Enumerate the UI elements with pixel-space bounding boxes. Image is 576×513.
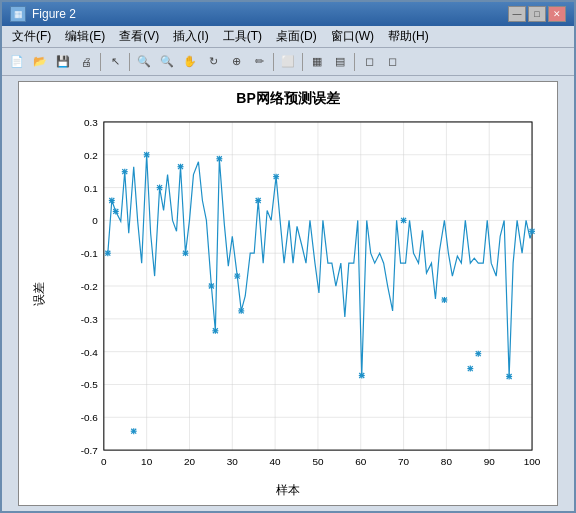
svg-text:60: 60 xyxy=(355,456,367,467)
svg-text:80: 80 xyxy=(441,456,453,467)
main-window: ▦ Figure 2 — □ ✕ 文件(F) 编辑(E) 查看(V) 插入(I)… xyxy=(0,0,576,513)
svg-text:-0.2: -0.2 xyxy=(81,281,99,292)
title-bar-controls: — □ ✕ xyxy=(508,6,566,22)
close-button[interactable]: ✕ xyxy=(548,6,566,22)
new-button[interactable]: 📄 xyxy=(6,51,28,73)
svg-text:-0.3: -0.3 xyxy=(81,314,99,325)
colormap-button[interactable]: ⬜ xyxy=(277,51,299,73)
menu-help[interactable]: 帮助(H) xyxy=(382,27,435,46)
menu-tools[interactable]: 工具(T) xyxy=(217,27,268,46)
menu-window[interactable]: 窗口(W) xyxy=(325,27,380,46)
menu-view[interactable]: 查看(V) xyxy=(113,27,165,46)
sep2 xyxy=(129,53,130,71)
data-cursor-button[interactable]: ⊕ xyxy=(225,51,247,73)
sep4 xyxy=(302,53,303,71)
data-series xyxy=(108,155,532,377)
pan-button[interactable]: ✋ xyxy=(179,51,201,73)
svg-text:90: 90 xyxy=(484,456,496,467)
open-button[interactable]: 📂 xyxy=(29,51,51,73)
menu-desktop[interactable]: 桌面(D) xyxy=(270,27,323,46)
svg-text:0.2: 0.2 xyxy=(84,150,98,161)
menu-file[interactable]: 文件(F) xyxy=(6,27,57,46)
colorbar-button[interactable]: ▤ xyxy=(329,51,351,73)
chart-svg: .grid-line { stroke: #d0d0d0; stroke-wid… xyxy=(64,112,542,470)
sep3 xyxy=(273,53,274,71)
svg-text:100: 100 xyxy=(524,456,541,467)
cursor-tool[interactable]: ↖ xyxy=(104,51,126,73)
svg-text:0.1: 0.1 xyxy=(84,183,98,194)
title-bar-left: ▦ Figure 2 xyxy=(10,6,76,22)
plot-title: BP网络预测误差 xyxy=(19,90,557,108)
sep1 xyxy=(100,53,101,71)
plot-edit-button[interactable]: ◻ xyxy=(358,51,380,73)
svg-text:40: 40 xyxy=(270,456,282,467)
svg-text:10: 10 xyxy=(141,456,153,467)
menu-bar: 文件(F) 编辑(E) 查看(V) 插入(I) 工具(T) 桌面(D) 窗口(W… xyxy=(2,26,574,48)
svg-text:0: 0 xyxy=(101,456,107,467)
svg-text:-0.1: -0.1 xyxy=(81,248,99,259)
window-title: Figure 2 xyxy=(32,7,76,21)
svg-text:30: 30 xyxy=(227,456,239,467)
svg-text:0.3: 0.3 xyxy=(84,117,98,128)
x-axis-label: 样本 xyxy=(19,482,557,499)
legend-button[interactable]: ▦ xyxy=(306,51,328,73)
svg-text:-0.6: -0.6 xyxy=(81,412,99,423)
menu-insert[interactable]: 插入(I) xyxy=(167,27,214,46)
plot-area[interactable]: BP网络预测误差 误差 样本 .grid-line { stroke: #d0d… xyxy=(18,81,558,506)
chart-svg-container: .grid-line { stroke: #d0d0d0; stroke-wid… xyxy=(64,112,542,470)
plot-box-button[interactable]: ◻ xyxy=(381,51,403,73)
maximize-button[interactable]: □ xyxy=(528,6,546,22)
window-icon: ▦ xyxy=(10,6,26,22)
menu-edit[interactable]: 编辑(E) xyxy=(59,27,111,46)
main-content: BP网络预测误差 误差 样本 .grid-line { stroke: #d0d… xyxy=(2,76,574,511)
zoom-in-button[interactable]: 🔍 xyxy=(133,51,155,73)
toolbar: 📄 📂 💾 🖨 ↖ 🔍 🔍 ✋ ↻ ⊕ ✏ ⬜ ▦ ▤ ◻ ◻ xyxy=(2,48,574,76)
svg-text:70: 70 xyxy=(398,456,410,467)
y-axis-label: 误差 xyxy=(31,282,48,306)
svg-text:0: 0 xyxy=(92,215,98,226)
brush-button[interactable]: ✏ xyxy=(248,51,270,73)
rotate-button[interactable]: ↻ xyxy=(202,51,224,73)
svg-text:-0.5: -0.5 xyxy=(81,379,99,390)
svg-text:20: 20 xyxy=(184,456,196,467)
svg-text:-0.4: -0.4 xyxy=(81,347,99,358)
minimize-button[interactable]: — xyxy=(508,6,526,22)
svg-text:50: 50 xyxy=(312,456,324,467)
zoom-out-button[interactable]: 🔍 xyxy=(156,51,178,73)
title-bar: ▦ Figure 2 — □ ✕ xyxy=(2,2,574,26)
print-button[interactable]: 🖨 xyxy=(75,51,97,73)
plot-container: BP网络预测误差 误差 样本 .grid-line { stroke: #d0d… xyxy=(19,82,557,505)
save-button[interactable]: 💾 xyxy=(52,51,74,73)
sep5 xyxy=(354,53,355,71)
svg-text:-0.7: -0.7 xyxy=(81,445,99,456)
